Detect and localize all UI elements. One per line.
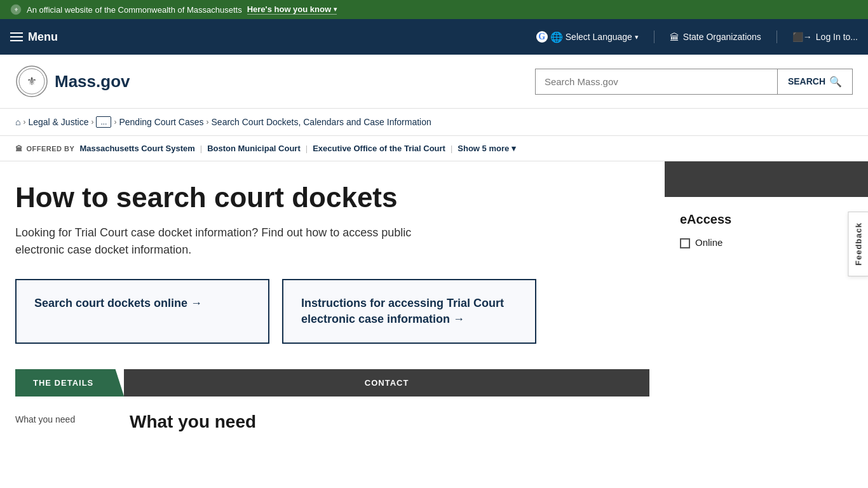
checkbox-icon: [680, 238, 690, 248]
card-instructions: Instructions for accessing Trial Court e…: [282, 279, 536, 344]
online-label: Online: [695, 237, 722, 248]
card-search-dockets: Search court dockets online →: [15, 279, 269, 344]
offered-by-building-icon: 🏛: [15, 145, 23, 152]
what-you-need-content: What you need: [130, 412, 649, 432]
globe-icon: 🌐: [550, 31, 563, 43]
tab-details[interactable]: THE DETAILS: [15, 369, 124, 396]
tabs-row: THE DETAILS CONTACT: [15, 369, 649, 396]
org-mass-court-system-link[interactable]: Massachusetts Court System: [79, 144, 194, 153]
page-subtitle: Looking for Trial Court case docket info…: [15, 224, 460, 259]
tab-contact[interactable]: CONTACT: [124, 369, 649, 396]
breadcrumb-home-link[interactable]: ⌂: [15, 117, 20, 127]
breadcrumb-legal-justice-link[interactable]: Legal & Justice: [28, 117, 88, 127]
sidebar: eAccess Online: [665, 161, 868, 452]
org-pipe-1: |: [200, 144, 202, 153]
main-content: How to search court dockets Looking for …: [0, 161, 868, 452]
state-orgs-link[interactable]: 🏛 State Organizations: [670, 32, 761, 43]
org-executive-office-link[interactable]: Executive Office of the Trial Court: [313, 144, 445, 153]
what-you-need-nav-label: What you need: [15, 412, 130, 432]
state-orgs-building-icon: 🏛: [670, 32, 679, 43]
offered-by-label: 🏛 OFFERED BY: [15, 145, 74, 152]
svg-text:⚜: ⚜: [27, 75, 37, 88]
page-title: How to search court dockets: [15, 182, 649, 214]
breadcrumb-current-page-link[interactable]: Search Court Dockets, Calendars and Case…: [212, 117, 431, 127]
what-you-need-heading: What you need: [130, 412, 649, 432]
breadcrumb: ⌂ › Legal & Justice › ... › Pending Cour…: [0, 109, 868, 136]
login-link[interactable]: ⬛→ Log In to...: [792, 32, 858, 42]
instructions-link[interactable]: Instructions for accessing Trial Court e…: [301, 295, 517, 327]
org-pipe-2: |: [306, 144, 308, 153]
banner-chevron-icon: ▾: [334, 6, 337, 13]
logo-area: ⚜ Mass.gov: [15, 65, 130, 98]
feedback-tab[interactable]: Feedback: [848, 212, 868, 276]
site-logo-text: Mass.gov: [55, 72, 130, 92]
banner-text: An official website of the Commonwealth …: [27, 5, 242, 15]
site-header: ⚜ Mass.gov SEARCH 🔍: [0, 55, 868, 109]
menu-button[interactable]: Menu: [10, 30, 58, 44]
details-section: What you need What you need: [15, 396, 649, 432]
eaccess-title: eAccess: [680, 212, 853, 227]
show-more-button[interactable]: Show 5 more ▾: [458, 144, 516, 153]
top-banner: ⚜ An official website of the Commonwealt…: [0, 0, 868, 19]
svg-text:⚜: ⚜: [14, 7, 18, 13]
nav-right: G 🌐 Select Language ▾ 🏛 State Organizati…: [536, 30, 858, 43]
search-area: SEARCH 🔍: [535, 69, 853, 95]
breadcrumb-sep-1: ›: [23, 118, 25, 126]
online-item: Online: [680, 237, 853, 248]
breadcrumb-ellipsis-link[interactable]: ...: [96, 116, 111, 128]
ma-seal-icon: ⚜: [10, 4, 22, 15]
language-chevron-icon: ▾: [635, 33, 639, 41]
nav-divider-2: [776, 30, 777, 43]
breadcrumb-sep-2: ›: [91, 118, 93, 126]
sidebar-contact-content: eAccess Online: [665, 197, 868, 264]
sidebar-contact-header: [665, 161, 868, 197]
search-button[interactable]: SEARCH 🔍: [777, 69, 852, 94]
breadcrumb-pending-cases-link[interactable]: Pending Court Cases: [119, 117, 203, 127]
google-g-icon: G: [536, 31, 548, 43]
search-input[interactable]: [536, 70, 777, 93]
show-more-chevron-icon: ▾: [512, 144, 516, 153]
search-dockets-link[interactable]: Search court dockets online →: [34, 295, 250, 311]
nav-bar: Menu G 🌐 Select Language ▾ 🏛 State Organ…: [0, 19, 868, 55]
cards-row: Search court dockets online → Instructio…: [15, 279, 649, 344]
breadcrumb-sep-4: ›: [207, 118, 209, 126]
login-icon: ⬛→: [792, 32, 812, 42]
org-pipe-3: |: [451, 144, 452, 153]
nav-divider: [654, 30, 654, 43]
heres-how-you-know-link[interactable]: Here's how you know ▾: [247, 4, 337, 15]
mass-seal-logo: ⚜: [15, 65, 48, 98]
org-boston-municipal-link[interactable]: Boston Municipal Court: [207, 144, 301, 153]
content-area: How to search court dockets Looking for …: [0, 161, 665, 452]
search-icon: 🔍: [829, 76, 842, 88]
offered-by-bar: 🏛 OFFERED BY Massachusetts Court System …: [0, 136, 868, 161]
google-translate-button[interactable]: G 🌐 Select Language ▾: [536, 31, 639, 43]
hamburger-icon: [10, 32, 23, 41]
home-icon: ⌂: [15, 117, 20, 127]
breadcrumb-sep-3: ›: [114, 118, 116, 126]
